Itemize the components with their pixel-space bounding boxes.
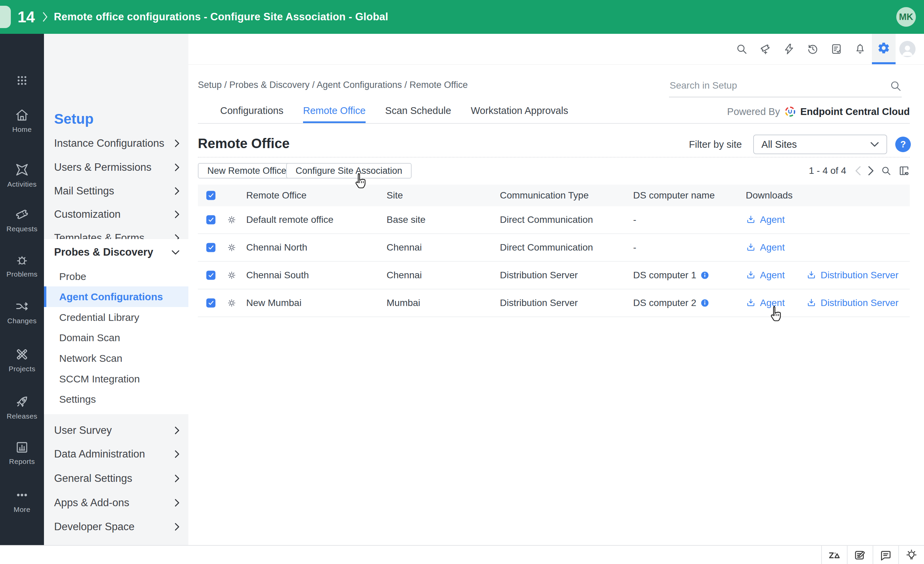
feedback-edit-icon[interactable]	[847, 546, 873, 564]
setup-subitem-domain-scan[interactable]: Domain Scan	[44, 327, 188, 348]
download-link-agent[interactable]: Agent	[746, 242, 784, 253]
row-checkbox[interactable]	[206, 271, 216, 280]
setup-subitem-credential-library[interactable]: Credential Library	[44, 307, 188, 328]
search-icon[interactable]	[890, 80, 902, 92]
row-checkbox[interactable]	[206, 243, 216, 252]
download-link-agent[interactable]: Agent	[746, 214, 784, 225]
suggestion-bulb-icon[interactable]	[898, 546, 924, 564]
tab-scan-schedule[interactable]: Scan Schedule	[385, 100, 451, 123]
ds-computer-name: -	[633, 214, 636, 225]
setup-item-mail-settings[interactable]: Mail Settings	[44, 179, 188, 203]
profile-avatar[interactable]	[896, 34, 919, 64]
apps-grid-icon[interactable]	[0, 74, 44, 87]
banner-user-avatar[interactable]: MK	[896, 7, 916, 27]
ds-computer-name: -	[633, 242, 636, 253]
tab-remote-office[interactable]: Remote Office	[303, 100, 366, 123]
it-desk-setup-screen: 14 Remote office configurations - Config…	[0, 0, 924, 564]
sidebar-item-requests[interactable]: Requests	[0, 207, 44, 233]
info-icon[interactable]	[700, 271, 709, 280]
setup-item-user-survey[interactable]: User Survey	[44, 418, 188, 442]
configure-site-association-button[interactable]: Configure Site Association	[286, 163, 412, 178]
setup-item-data-administration[interactable]: Data Administration	[44, 442, 188, 466]
setup-panel: Setup Instance Configurations Users & Pe…	[44, 34, 188, 545]
setup-item-apps-addons[interactable]: Apps & Add-ons	[44, 491, 188, 514]
download-link-agent[interactable]: Agent	[746, 297, 784, 308]
setup-item-probes-discovery[interactable]: Probes & Discovery	[44, 240, 188, 264]
select-all-checkbox[interactable]	[206, 191, 216, 200]
setup-item-users-permissions[interactable]: Users & Permissions	[44, 156, 188, 179]
setup-item-general-settings[interactable]: General Settings	[44, 466, 188, 490]
approvals-icon[interactable]	[825, 34, 848, 64]
site-name: Chennai	[387, 270, 422, 280]
row-settings-gear-icon[interactable]	[226, 298, 237, 308]
column-header-ds-computer-name[interactable]: DS computer name	[633, 190, 715, 201]
instance-banner: 14 Remote office configurations - Config…	[0, 0, 924, 34]
new-remote-office-button[interactable]: New Remote Office	[198, 163, 296, 178]
download-link-agent[interactable]: Agent	[746, 270, 784, 280]
chevron-right-icon	[174, 210, 180, 218]
help-button[interactable]: ?	[895, 136, 911, 152]
zia-icon[interactable]	[821, 546, 847, 564]
sidebar-item-home[interactable]: Home	[0, 108, 44, 134]
row-settings-gear-icon[interactable]	[226, 243, 237, 253]
row-settings-gear-icon[interactable]	[226, 270, 237, 280]
setup-subitem-settings[interactable]: Settings	[44, 389, 188, 410]
setup-subitem-network-scan[interactable]: Network Scan	[44, 348, 188, 369]
breadcrumb[interactable]: Setup / Probes & Discovery / Agent Confi…	[198, 80, 468, 90]
row-settings-gear-icon[interactable]	[226, 215, 237, 225]
site-filter-dropdown[interactable]: All Sites	[753, 135, 887, 154]
communication-type: Direct Communication	[500, 242, 593, 253]
new-request-icon[interactable]	[753, 34, 777, 64]
download-link-distribution-server[interactable]: Distribution Server	[806, 297, 898, 308]
row-checkbox[interactable]	[206, 215, 216, 225]
tab-workstation-approvals[interactable]: Workstation Approvals	[471, 100, 568, 123]
row-checkbox[interactable]	[206, 298, 216, 308]
download-link-distribution-server[interactable]: Distribution Server	[806, 270, 898, 280]
downloads-cell: AgentDistribution Server	[746, 270, 898, 280]
chevron-right-icon	[174, 474, 180, 483]
column-header-remote-office[interactable]: Remote Office	[246, 190, 306, 201]
setup-subitem-agent-configurations[interactable]: Agent Configurations	[44, 286, 188, 307]
search-icon[interactable]	[730, 34, 753, 64]
info-icon[interactable]	[700, 298, 709, 308]
setup-item-customization[interactable]: Customization	[44, 202, 188, 226]
sidebar-item-releases[interactable]: Releases	[0, 394, 44, 420]
sidebar-item-activities[interactable]: Activities	[0, 162, 44, 188]
setup-item-developer-space[interactable]: Developer Space	[44, 515, 188, 538]
powered-by: Powered By Endpoint Central Cloud	[727, 100, 910, 123]
banner-edge-pill[interactable]	[0, 6, 11, 28]
column-header-site[interactable]: Site	[387, 190, 403, 201]
prev-page-icon[interactable]	[855, 166, 861, 176]
column-settings-icon[interactable]	[898, 165, 910, 177]
page-title: Remote Office	[198, 136, 290, 151]
column-header-downloads[interactable]: Downloads	[746, 190, 793, 201]
sidebar-item-changes[interactable]: Changes	[0, 299, 44, 325]
sidebar-item-problems[interactable]: Problems	[0, 253, 44, 278]
setup-search-input[interactable]	[669, 76, 880, 95]
setup-subitem-sccm-integration[interactable]: SCCM Integration	[44, 369, 188, 389]
setup-item-instance-configurations[interactable]: Instance Configurations	[44, 132, 188, 155]
filter-label: Filter by site	[689, 139, 742, 150]
chat-icon[interactable]	[873, 546, 898, 564]
quick-actions-icon[interactable]	[777, 34, 801, 64]
next-page-icon[interactable]	[868, 166, 874, 176]
chevron-right-icon	[174, 450, 180, 458]
sidebar-item-projects[interactable]: Projects	[0, 347, 44, 373]
sidebar-item-more[interactable]: More	[0, 488, 44, 514]
tab-configurations[interactable]: Configurations	[220, 100, 284, 123]
notifications-icon[interactable]	[848, 34, 872, 64]
chevron-down-icon	[870, 142, 879, 147]
site-name: Chennai	[387, 242, 422, 253]
setup-subitem-probe[interactable]: Probe	[44, 266, 188, 287]
bottom-bar	[0, 545, 924, 564]
settings-icon[interactable]	[872, 34, 896, 64]
history-icon[interactable]	[801, 34, 825, 64]
chevron-right-icon	[174, 187, 180, 195]
tabs-bar: Configurations Remote Office Scan Schedu…	[198, 100, 910, 124]
pagination: 1 - 4 of 4	[808, 163, 910, 178]
column-header-communication-type[interactable]: Communication Type	[500, 190, 589, 201]
sidebar-item-reports[interactable]: Reports	[0, 440, 44, 466]
chevron-right-icon	[174, 523, 180, 531]
table-search-icon[interactable]	[881, 165, 891, 176]
site-filter: Filter by site All Sites ?	[689, 135, 911, 154]
